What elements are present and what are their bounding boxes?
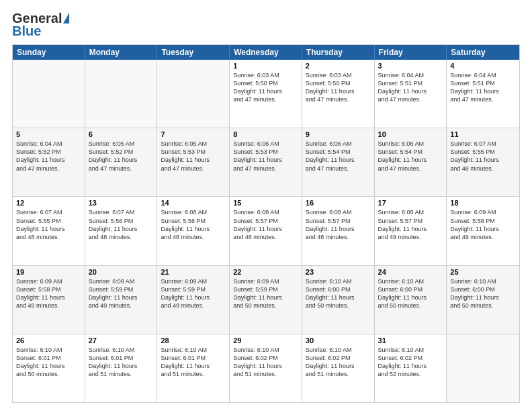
day-info: Sunrise: 6:04 AMSunset: 5:51 PMDaylight:… (450, 71, 516, 104)
day-info: Sunrise: 6:10 AMSunset: 6:01 PMDaylight:… (89, 346, 154, 379)
day-header-friday: Friday (375, 45, 447, 60)
calendar-week-1: 1Sunrise: 6:03 AMSunset: 5:50 PMDaylight… (13, 60, 519, 128)
day-cell-11: 11Sunrise: 6:07 AMSunset: 5:55 PMDayligh… (447, 128, 519, 196)
day-info-line: Daylight: 11 hours (16, 226, 65, 232)
day-info-line: Daylight: 11 hours (450, 156, 499, 163)
day-info-line: Daylight: 11 hours (16, 363, 65, 369)
day-info-line: Sunrise: 6:05 AM (161, 140, 207, 147)
day-info-line: and 51 minutes. (306, 371, 349, 377)
day-info-line: and 48 minutes. (306, 234, 349, 240)
day-number: 28 (161, 336, 226, 345)
day-cell-8: 8Sunrise: 6:06 AMSunset: 5:53 PMDaylight… (230, 128, 302, 196)
day-info: Sunrise: 6:09 AMSunset: 5:59 PMDaylight:… (233, 277, 298, 310)
day-cell-7: 7Sunrise: 6:05 AMSunset: 5:53 PMDaylight… (157, 128, 230, 196)
day-number: 25 (450, 268, 516, 276)
day-number: 7 (161, 130, 226, 138)
day-info: Sunrise: 6:10 AMSunset: 6:02 PMDaylight:… (306, 346, 371, 379)
day-number: 12 (16, 199, 81, 207)
day-info-line: Sunrise: 6:08 AM (161, 209, 207, 216)
day-info-line: Sunset: 5:58 PM (450, 218, 495, 224)
day-info: Sunrise: 6:06 AMSunset: 5:54 PMDaylight:… (378, 140, 443, 173)
day-number: 27 (89, 336, 154, 345)
day-info: Sunrise: 6:03 AMSunset: 5:50 PMDaylight:… (306, 71, 371, 104)
day-header-saturday: Saturday (447, 45, 519, 60)
day-header-wednesday: Wednesday (230, 45, 302, 60)
day-info-line: Sunrise: 6:10 AM (450, 278, 496, 285)
day-info-line: Sunset: 5:50 PM (233, 80, 278, 87)
day-cell-12: 12Sunrise: 6:07 AMSunset: 5:55 PMDayligh… (13, 197, 85, 265)
day-info-line: and 48 minutes. (89, 234, 132, 240)
day-info-line: Daylight: 11 hours (378, 294, 427, 301)
day-info-line: Daylight: 11 hours (233, 363, 282, 369)
day-info-line: and 47 minutes. (16, 165, 59, 172)
day-cell-31: 31Sunrise: 6:10 AMSunset: 6:02 PMDayligh… (375, 334, 447, 402)
day-cell-26: 26Sunrise: 6:10 AMSunset: 6:01 PMDayligh… (13, 334, 85, 402)
day-info-line: Sunrise: 6:09 AM (450, 209, 496, 216)
day-info-line: Sunrise: 6:06 AM (306, 140, 352, 147)
day-info-line: Daylight: 11 hours (233, 156, 282, 163)
day-info-line: Sunset: 5:55 PM (16, 218, 61, 224)
day-info: Sunrise: 6:10 AMSunset: 6:00 PMDaylight:… (378, 277, 443, 310)
day-info-line: Sunset: 6:02 PM (233, 355, 278, 361)
day-info-line: Sunset: 5:50 PM (306, 80, 351, 87)
day-info-line: Daylight: 11 hours (161, 156, 210, 163)
day-info-line: Sunrise: 6:10 AM (161, 347, 207, 353)
day-info-line: Sunrise: 6:09 AM (89, 278, 135, 285)
day-info-line: Sunset: 5:59 PM (233, 286, 278, 293)
day-info-line: Sunrise: 6:10 AM (16, 347, 62, 353)
day-info-line: and 49 minutes. (378, 234, 421, 240)
day-info-line: Sunset: 5:59 PM (161, 286, 206, 293)
day-info-line: Sunrise: 6:07 AM (89, 209, 135, 216)
day-cell-18: 18Sunrise: 6:09 AMSunset: 5:58 PMDayligh… (447, 197, 519, 265)
day-number: 20 (89, 268, 154, 276)
day-info-line: Daylight: 11 hours (16, 156, 65, 163)
day-info: Sunrise: 6:08 AMSunset: 5:56 PMDaylight:… (161, 208, 226, 241)
day-info: Sunrise: 6:06 AMSunset: 5:53 PMDaylight:… (233, 140, 298, 173)
day-info-line: Sunrise: 6:10 AM (306, 278, 352, 285)
day-info-line: Daylight: 11 hours (450, 226, 499, 232)
day-info-line: Sunset: 5:54 PM (378, 148, 423, 155)
day-info: Sunrise: 6:10 AMSunset: 6:01 PMDaylight:… (161, 346, 226, 379)
day-info: Sunrise: 6:10 AMSunset: 6:02 PMDaylight:… (233, 346, 298, 379)
day-info-line: and 50 minutes. (306, 302, 349, 309)
day-info-line: Sunrise: 6:04 AM (450, 72, 496, 79)
day-info-line: Sunset: 6:00 PM (306, 286, 351, 293)
day-number: 21 (161, 268, 226, 276)
day-info-line: Sunrise: 6:09 AM (233, 278, 279, 285)
day-number: 19 (16, 268, 81, 276)
day-info-line: Sunset: 5:53 PM (233, 148, 278, 155)
day-info-line: Sunrise: 6:10 AM (89, 347, 135, 353)
day-info-line: Daylight: 11 hours (306, 226, 355, 232)
day-info-line: and 49 minutes. (16, 302, 59, 309)
day-info-line: and 47 minutes. (306, 165, 349, 172)
day-info-line: Sunrise: 6:08 AM (306, 209, 352, 216)
day-info-line: and 47 minutes. (233, 96, 276, 103)
day-cell-20: 20Sunrise: 6:09 AMSunset: 5:59 PMDayligh… (85, 266, 158, 334)
day-number: 30 (306, 336, 371, 345)
day-number: 2 (306, 62, 371, 70)
calendar-week-4: 19Sunrise: 6:09 AMSunset: 5:58 PMDayligh… (13, 266, 519, 334)
day-info-line: Sunset: 6:02 PM (378, 355, 423, 361)
day-info: Sunrise: 6:05 AMSunset: 5:53 PMDaylight:… (161, 140, 226, 173)
day-info-line: Sunrise: 6:03 AM (233, 72, 279, 79)
day-info-line: Sunrise: 6:07 AM (450, 140, 496, 147)
day-cell-2: 2Sunrise: 6:03 AMSunset: 5:50 PMDaylight… (302, 60, 375, 128)
day-cell-10: 10Sunrise: 6:06 AMSunset: 5:54 PMDayligh… (375, 128, 447, 196)
day-number: 15 (233, 199, 298, 207)
day-header-sunday: Sunday (13, 45, 85, 60)
day-info-line: Sunset: 5:54 PM (306, 148, 351, 155)
day-info-line: Sunset: 5:53 PM (161, 148, 206, 155)
day-number: 31 (378, 336, 443, 345)
day-info: Sunrise: 6:08 AMSunset: 5:57 PMDaylight:… (378, 208, 443, 241)
day-number: 24 (378, 268, 443, 276)
day-info-line: and 48 minutes. (233, 234, 276, 240)
day-number: 11 (450, 130, 516, 138)
day-info: Sunrise: 6:03 AMSunset: 5:50 PMDaylight:… (233, 71, 298, 104)
day-info-line: Sunrise: 6:08 AM (378, 209, 425, 216)
day-info-line: Daylight: 11 hours (378, 226, 427, 232)
day-number: 22 (233, 268, 298, 276)
day-number: 17 (378, 199, 443, 207)
day-number: 9 (306, 130, 371, 138)
day-info-line: Sunset: 5:58 PM (16, 286, 61, 293)
logo-triangle-icon (63, 13, 69, 24)
